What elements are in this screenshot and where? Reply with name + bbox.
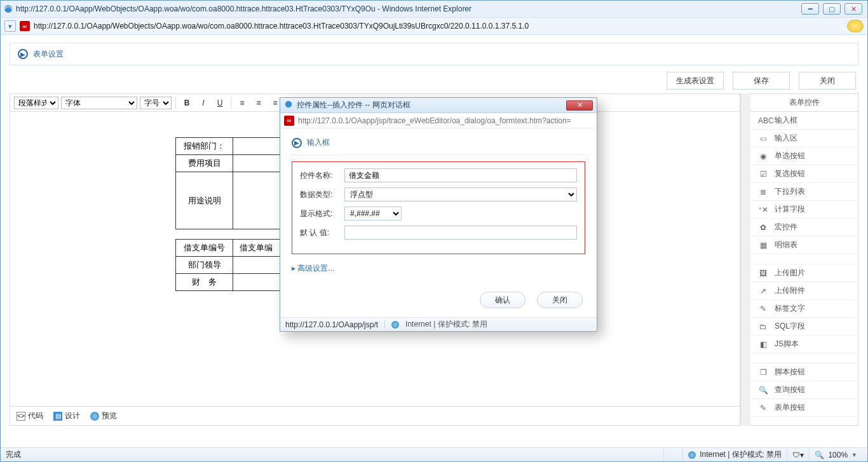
data-type-select[interactable]: 浮点型 <box>344 187 577 201</box>
favicon-icon: ∞ <box>20 21 30 31</box>
dialog-status-path: http://127.0.0.1/OAapp/jsp/t <box>285 320 378 329</box>
dialog-cancel-button[interactable]: 关闭 <box>537 292 583 308</box>
display-format-label: 显示格式: <box>300 208 344 219</box>
dialog-close-button[interactable]: ✕ <box>566 100 593 111</box>
dialog-ok-button[interactable]: 确认 <box>480 292 526 308</box>
address-bar: ▾ ∞ http://127.0.0.1/OAapp/WebObjects/OA… <box>1 17 867 35</box>
control-name-label: 控件名称: <box>300 170 344 181</box>
window-titlebar: http://127.0.0.1/OAapp/WebObjects/OAapp.… <box>1 1 867 17</box>
window-maximize-button[interactable]: ▢ <box>823 3 841 15</box>
control-properties-dialog: 控件属性--插入控件 -- 网页对话框 ✕ ∞ http://127.0.0.1… <box>280 97 597 332</box>
zoom-control[interactable]: 🔍 100% ▼ <box>809 448 862 461</box>
ie-icon <box>284 100 293 111</box>
dialog-url: http://127.0.0.1/OAapp/jsp/trace_eWebEdi… <box>298 116 571 125</box>
default-value-input[interactable] <box>344 226 577 240</box>
status-internet: Internet | 保护模式: 禁用 <box>700 449 782 460</box>
status-text: 完成 <box>6 449 663 460</box>
window-close-button[interactable]: ✕ <box>844 3 862 15</box>
svg-point-1 <box>285 101 292 108</box>
compat-view-button[interactable] <box>847 20 864 32</box>
status-security-icon[interactable]: 🛡▾ <box>787 448 809 461</box>
dialog-section-title: 输入框 <box>307 137 330 148</box>
data-type-label: 数据类型: <box>300 189 344 200</box>
chevron-right-icon: ▶ <box>292 138 302 148</box>
browser-statusbar: 完成 Internet | 保护模式: 禁用 🛡▾ 🔍 100% ▼ <box>1 447 867 461</box>
favicon-icon: ∞ <box>284 116 294 126</box>
advanced-settings-link[interactable]: ▸ 高级设置... <box>292 263 585 274</box>
dialog-title: 控件属性--插入控件 -- 网页对话框 <box>297 100 562 111</box>
window-title: http://127.0.0.1/OAapp/WebObjects/OAapp.… <box>16 4 801 13</box>
globe-icon <box>688 451 696 459</box>
ie-icon <box>3 4 13 14</box>
url-text[interactable]: http://127.0.0.1/OAapp/WebObjects/OAapp.… <box>34 22 843 31</box>
default-value-label: 默 认 值: <box>300 228 344 238</box>
status-empty <box>669 451 677 459</box>
globe-icon <box>391 321 399 329</box>
dialog-status-mode: Internet | 保护模式: 禁用 <box>405 319 487 330</box>
dialog-form: 控件名称: 数据类型: 浮点型 显示格式: #,###.## 默 认 值: <box>292 161 585 254</box>
security-shield-icon[interactable]: ▾ <box>4 20 16 32</box>
window-minimize-button[interactable]: ━ <box>801 3 819 15</box>
control-name-input[interactable] <box>344 168 577 182</box>
display-format-select[interactable]: #,###.## <box>344 207 402 221</box>
